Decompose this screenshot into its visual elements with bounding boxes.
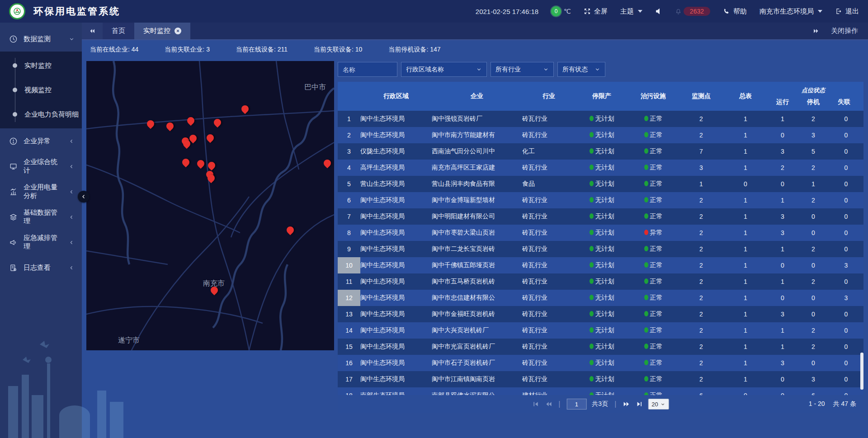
table-cell: 6 [679, 392, 724, 395]
table-cell: 正常 [628, 212, 679, 221]
double-chevron-right-icon[interactable] [812, 28, 819, 34]
stats-bar: 当前在线企业: 44当前失联企业: 3当前在线设备: 211当前失联设备: 10… [82, 40, 868, 59]
table-cell: 1 [724, 132, 767, 139]
prev-page-button[interactable] [545, 400, 552, 408]
table-row[interactable]: 4高坪生态环境局南充市高坪区王家店建砖瓦行业无计划正常31220 [338, 160, 863, 176]
table-row[interactable]: 5营山生态环境局营山县润丰肉食品有限食品无计划正常10010 [338, 176, 863, 192]
table-cell: 0 [724, 392, 767, 395]
logout-label: 退出 [845, 7, 859, 16]
page-size-value: 20 [651, 401, 658, 408]
table-cell: 仪陇生态环境局 [360, 147, 432, 155]
sidebar-item-data-monitor[interactable]: 数据监测 [0, 26, 82, 52]
sidebar-item-base-data[interactable]: 基础数据管理 [0, 204, 82, 230]
scrollbar-thumb[interactable] [860, 353, 863, 390]
table-cell: 0 [829, 311, 863, 318]
table-cell: 1 [724, 311, 767, 318]
sidebar-item-power-analysis[interactable]: 企业用电量分析 [0, 179, 82, 204]
sidebar-item-emergency-reduction[interactable]: 应急减排管理 [0, 230, 82, 255]
table-cell: 建材行业 [522, 391, 576, 395]
column-meters: 总表 [724, 92, 767, 100]
tab-realtime-monitor[interactable]: 实时监控 × [134, 23, 190, 39]
temperature-badge: 0 [551, 6, 561, 16]
org-dropdown[interactable]: 南充市生态环境局 [760, 7, 822, 16]
table-cell: 无计划 [576, 359, 628, 367]
log-file-icon [9, 264, 18, 272]
table-row[interactable]: 1阆中生态环境局阆中强锐页岩砖厂砖瓦行业无计划正常21120 [338, 111, 863, 127]
table-row[interactable]: 14阆中生态环境局阆中大兴页岩机砖厂砖瓦行业无计划正常21120 [338, 322, 863, 339]
table-cell: 3 [767, 213, 798, 220]
next-page-button[interactable] [623, 400, 630, 408]
status-dot [590, 278, 594, 284]
close-operations-button[interactable]: 关闭操作 [831, 27, 858, 35]
page-size-select[interactable]: 20 [648, 399, 669, 410]
name-filter-input[interactable] [338, 62, 397, 77]
sidebar-item-power-load-detail[interactable]: 企业电力负荷明细 [0, 102, 82, 127]
column-halted: 停机 [798, 98, 829, 106]
table-row[interactable]: 10阆中生态环境局阆中千佛镇五郎垭页岩砖瓦行业无计划正常21003 [338, 257, 863, 273]
fullscreen-button[interactable]: 全屏 [584, 7, 608, 16]
table-cell: 6 [338, 197, 360, 204]
table-row[interactable]: 7阆中生态环境局阆中明阳建材有限公司砖瓦行业无计划正常21300 [338, 208, 863, 225]
table-cell: 2 [679, 262, 724, 269]
tab-home[interactable]: 首页 [103, 23, 134, 39]
table-row[interactable]: 12阆中生态环境局阆中市忠信建材有限公砖瓦行业无计划正常21003 [338, 290, 863, 306]
table-row[interactable]: 3仪陇生态环境局西南油气田分公司川中化工无计划正常71350 [338, 143, 863, 160]
first-page-button[interactable] [532, 400, 539, 408]
table-cell: 2 [679, 213, 724, 220]
theme-dropdown[interactable]: 主题 [620, 7, 642, 16]
table-cell: 3 [767, 311, 798, 318]
sidebar-item-company-abnormal[interactable]: 企业异常 [0, 128, 82, 154]
table-cell: 砖瓦行业 [522, 229, 576, 237]
sidebar-item-realtime-monitor[interactable]: 实时监控 [0, 53, 82, 78]
gauge-icon [9, 35, 18, 43]
table-cell: 0 [829, 392, 863, 395]
table-row[interactable]: 15阆中生态环境局阆中市光富页岩机砖厂砖瓦行业无计划正常21120 [338, 339, 863, 355]
table-cell: 0 [798, 359, 829, 367]
sidebar-item-company-statistics[interactable]: 企业综合统计 [0, 154, 82, 179]
table-cell: 2 [798, 197, 829, 204]
table-row[interactable]: 16阆中生态环境局阆中市石子页岩机砖厂砖瓦行业无计划正常21300 [338, 355, 863, 371]
table-row[interactable]: 18南部生态环境局南部县双佛水泥有限公建材行业无计划正常60060 [338, 387, 863, 395]
industry-filter-select[interactable]: 所有行业 [491, 62, 554, 77]
tabs-scroll-left-button[interactable] [82, 23, 103, 39]
status-filter-select[interactable]: 所有状态 [557, 62, 605, 77]
map-panel[interactable]: 巴中市 南充市 遂宁市 [86, 61, 334, 350]
table-cell: 1 [338, 115, 360, 122]
table-row[interactable]: 2阆中生态环境局阆中市南方节能建材有砖瓦行业无计划正常21030 [338, 127, 863, 143]
table-row[interactable]: 17阆中生态环境局阆中市江南镇阆南页岩砖瓦行业无计划正常21030 [338, 371, 863, 387]
chevron-left-icon [69, 164, 75, 170]
table-cell: 正常 [628, 180, 679, 188]
table-cell: 0 [767, 376, 798, 383]
table-row[interactable]: 13阆中生态环境局阆中市金福旺页岩机砖砖瓦行业无计划正常21300 [338, 306, 863, 322]
page-number-input[interactable] [566, 399, 586, 410]
table-cell: 1 [724, 278, 767, 285]
table-cell: 阆中强锐页岩砖厂 [432, 115, 522, 123]
filter-bar: 行政区域名称 所有行业 所有状态 [338, 62, 863, 77]
sidebar-item-log-view[interactable]: 日志查看 [0, 255, 82, 280]
table-cell: 2 [679, 132, 724, 139]
table-cell: 2 [798, 343, 829, 350]
chevron-down-icon [476, 66, 482, 72]
notifications[interactable]: 2632 [675, 7, 710, 16]
table-cell: 阆中生态环境局 [360, 359, 432, 367]
logout-button[interactable]: 退出 [835, 7, 859, 16]
table-cell: 阆中生态环境局 [360, 212, 432, 221]
help-button[interactable]: 帮助 [723, 7, 747, 16]
sidebar-item-video-monitor[interactable]: 视频监控 [0, 78, 82, 102]
layers-icon [9, 213, 18, 221]
table-row[interactable]: 8阆中生态环境局阆中市枣碧大梁山页岩砖瓦行业无计划异常21300 [338, 225, 863, 241]
table-cell: 正常 [628, 326, 679, 334]
top-header: 环保用电监管系统 2021-02-25 17:46:18 0 ℃ 全屏 主题 2… [0, 0, 868, 23]
table-row[interactable]: 6阆中生态环境局阆中市金博瑞新型墙材砖瓦行业无计划正常21120 [338, 192, 863, 208]
region-filter-select[interactable]: 行政区域名称 [401, 62, 487, 77]
speaker-icon [655, 8, 662, 15]
table-cell: 2 [679, 278, 724, 285]
sidebar-collapse-button[interactable] [78, 191, 90, 203]
tab-close-icon[interactable]: × [175, 28, 181, 34]
table-cell: 2 [679, 359, 724, 367]
table-row[interactable]: 9阆中生态环境局阆中市二龙长宝页岩砖砖瓦行业无计划正常21120 [338, 241, 863, 257]
mute-button[interactable] [655, 8, 662, 15]
table-cell: 阆中千佛镇五郎垭页岩 [432, 261, 522, 269]
last-page-button[interactable] [635, 400, 642, 408]
table-row[interactable]: 11阆中生态环境局阆中市五马桥页岩机砖砖瓦行业无计划正常21120 [338, 273, 863, 290]
